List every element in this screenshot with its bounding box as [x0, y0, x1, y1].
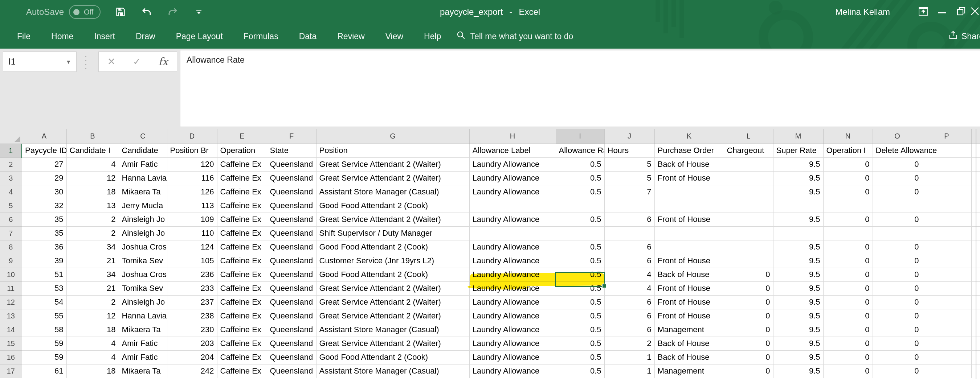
cell-N4[interactable]: 0 — [823, 185, 873, 199]
cell-L4[interactable] — [724, 185, 773, 199]
cell-L3[interactable] — [724, 171, 773, 185]
tab-file[interactable]: File — [17, 32, 30, 41]
cell-N9[interactable]: 0 — [823, 254, 873, 268]
cell-H6[interactable]: Laundry Allowance — [469, 212, 556, 226]
row-header-16[interactable]: 16 — [0, 350, 22, 364]
cell-P3[interactable] — [922, 171, 971, 185]
cell-J14[interactable]: 6 — [605, 323, 654, 336]
cell-H13[interactable]: Laundry Allowance — [469, 309, 556, 323]
cell-H7[interactable] — [469, 226, 556, 240]
cell-D17[interactable]: 242 — [167, 364, 217, 378]
cell-C14[interactable]: Mikaera Ta — [119, 323, 167, 336]
cell-C17[interactable]: Mikaera Ta — [119, 364, 167, 378]
autosave-toggle[interactable]: AutoSave Off — [26, 5, 100, 19]
cell-M15[interactable]: 9.5 — [773, 336, 823, 350]
cell-I4[interactable]: 0.5 — [556, 185, 605, 199]
cell-I11[interactable]: 0.5 — [556, 281, 605, 295]
cell-J2[interactable]: 5 — [605, 157, 654, 171]
cell-A16[interactable]: 59 — [22, 350, 67, 364]
cell-I6[interactable]: 0.5 — [556, 212, 605, 226]
cell-M7[interactable] — [773, 226, 823, 240]
cell-H2[interactable]: Laundry Allowance — [469, 157, 556, 171]
cell-C10[interactable]: Joshua Cros — [119, 268, 167, 281]
cell-A9[interactable]: 39 — [22, 254, 67, 268]
cell-I9[interactable]: 0.5 — [556, 254, 605, 268]
cell-I13[interactable]: 0.5 — [556, 309, 605, 323]
tab-data[interactable]: Data — [299, 32, 317, 41]
cell-B4[interactable]: 18 — [67, 185, 119, 199]
cell-G4[interactable]: Assistant Store Manager (Casual) — [316, 185, 469, 199]
cell-O5[interactable] — [873, 199, 922, 212]
cell-H16[interactable]: Laundry Allowance — [469, 350, 556, 364]
enter-icon[interactable]: ✓ — [133, 57, 141, 67]
column-header-H[interactable]: H — [469, 129, 556, 144]
cell-D1[interactable]: Position Br — [167, 144, 217, 157]
cell-E14[interactable]: Caffeine Ex — [217, 323, 267, 336]
cell-L15[interactable]: 0 — [724, 336, 773, 350]
cell-N3[interactable]: 0 — [823, 171, 873, 185]
cell-N13[interactable]: 0 — [823, 309, 873, 323]
cell-B15[interactable]: 4 — [67, 336, 119, 350]
cell-C5[interactable]: Jerry Mucla — [119, 199, 167, 212]
cell-D15[interactable]: 203 — [167, 336, 217, 350]
cell-I1[interactable]: Allowance Rate — [556, 144, 605, 157]
cell-L14[interactable]: 0 — [724, 323, 773, 336]
row-header-10[interactable]: 10 — [0, 268, 22, 281]
cell-L1[interactable]: Chargeout — [724, 144, 773, 157]
save-button[interactable] — [115, 4, 127, 20]
cell-J8[interactable]: 6 — [605, 240, 654, 254]
column-header-F[interactable]: F — [267, 129, 316, 144]
tab-view[interactable]: View — [385, 32, 403, 41]
cell-F11[interactable]: Queensland — [267, 281, 316, 295]
row-header-13[interactable]: 13 — [0, 309, 22, 323]
cell-D6[interactable]: 109 — [167, 212, 217, 226]
cell-N12[interactable]: 0 — [823, 295, 873, 309]
cell-P8[interactable] — [922, 240, 971, 254]
cell-A6[interactable]: 35 — [22, 212, 67, 226]
cell-L13[interactable]: 0 — [724, 309, 773, 323]
cell-F9[interactable]: Queensland — [267, 254, 316, 268]
cell-A12[interactable]: 54 — [22, 295, 67, 309]
cell-G2[interactable]: Great Service Attendant 2 (Waiter) — [316, 157, 469, 171]
cell-J9[interactable]: 6 — [605, 254, 654, 268]
cell-E1[interactable]: Operation — [217, 144, 267, 157]
cell-N6[interactable]: 0 — [823, 212, 873, 226]
cell-K3[interactable]: Front of House — [654, 171, 724, 185]
cell-M6[interactable]: 9.5 — [773, 212, 823, 226]
cell-N8[interactable]: 0 — [823, 240, 873, 254]
cell-O13[interactable]: 0 — [873, 309, 922, 323]
row-header-3[interactable]: 3 — [0, 171, 22, 185]
cell-A8[interactable]: 36 — [22, 240, 67, 254]
cell-D7[interactable]: 110 — [167, 226, 217, 240]
cell-P7[interactable] — [922, 226, 971, 240]
column-header-E[interactable]: E — [217, 129, 267, 144]
cell-E3[interactable]: Caffeine Ex — [217, 171, 267, 185]
cell-C4[interactable]: Mikaera Ta — [119, 185, 167, 199]
cell-M4[interactable]: 9.5 — [773, 185, 823, 199]
tell-me-search[interactable]: Tell me what you want to do — [456, 30, 573, 42]
cell-G12[interactable]: Great Service Attendant 2 (Waiter) — [316, 295, 469, 309]
cell-F1[interactable]: State — [267, 144, 316, 157]
name-box[interactable]: I1 ▼ — [3, 51, 76, 72]
row-header-12[interactable]: 12 — [0, 295, 22, 309]
cell-F15[interactable]: Queensland — [267, 336, 316, 350]
cell-M2[interactable]: 9.5 — [773, 157, 823, 171]
cell-H17[interactable]: Laundry Allowance — [469, 364, 556, 378]
row-header-1[interactable]: 1 — [0, 144, 22, 157]
cell-J11[interactable]: 4 — [605, 281, 654, 295]
cell-L9[interactable] — [724, 254, 773, 268]
cell-F6[interactable]: Queensland — [267, 212, 316, 226]
row-header-4[interactable]: 4 — [0, 185, 22, 199]
cell-I8[interactable]: 0.5 — [556, 240, 605, 254]
cell-L10[interactable]: 0 — [724, 268, 773, 281]
cell-E13[interactable]: Caffeine Ex — [217, 309, 267, 323]
cell-G17[interactable]: Assistant Store Manager (Casual) — [316, 364, 469, 378]
cell-K6[interactable]: Front of House — [654, 212, 724, 226]
signed-in-user[interactable]: Melina Kellam — [835, 7, 890, 17]
cell-O16[interactable]: 0 — [873, 350, 922, 364]
cell-K17[interactable]: Management — [654, 364, 724, 378]
column-header-G[interactable]: G — [316, 129, 469, 144]
cell-C8[interactable]: Joshua Cros — [119, 240, 167, 254]
cell-K16[interactable]: Back of House — [654, 350, 724, 364]
cell-N17[interactable]: 0 — [823, 364, 873, 378]
